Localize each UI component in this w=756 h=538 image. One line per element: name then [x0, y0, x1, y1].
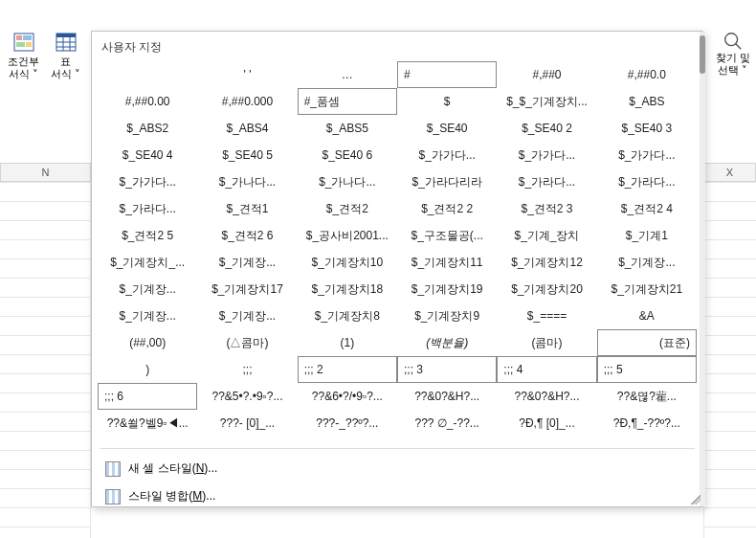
sheet-cells-left[interactable] — [0, 182, 91, 538]
style-cell[interactable]: $_기계장치17 — [197, 276, 297, 303]
style-cell[interactable]: $_==== — [497, 303, 596, 329]
style-cell[interactable]: $_견적2 4 — [597, 195, 697, 222]
style-cell[interactable]: ??&0?&H?... — [397, 383, 497, 410]
style-cell[interactable]: $_ABS — [597, 88, 697, 115]
style-cell[interactable]: ??&0?&H?... — [497, 383, 596, 410]
style-cell[interactable]: (표준) — [597, 329, 697, 356]
style-cell[interactable]: $_기계장치9 — [397, 303, 497, 329]
style-cell[interactable]: $_기계장치20 — [497, 276, 596, 303]
scroll-thumb[interactable] — [700, 35, 705, 74]
style-cell[interactable]: #,##0.0 — [597, 61, 697, 88]
style-cell[interactable]: $_기계장... — [98, 303, 197, 329]
style-cell[interactable]: $_SE40 5 — [197, 142, 297, 168]
style-cell[interactable]: (1) — [298, 329, 397, 356]
style-cell[interactable]: ??&5•?.•9▫?... — [197, 383, 297, 410]
style-cell[interactable]: ' ' — [197, 61, 297, 88]
style-cell[interactable]: $_기계장치18 — [298, 276, 397, 303]
style-cell[interactable]: $_가가다... — [597, 142, 697, 168]
style-cell[interactable]: $_가가다... — [397, 142, 497, 168]
find-label1: 찾기 및 — [716, 52, 750, 64]
style-cell[interactable]: ;;; 3 — [397, 356, 497, 383]
style-cell[interactable]: ) — [98, 356, 197, 383]
style-cell[interactable]: $_기계1 — [597, 222, 697, 249]
style-cell[interactable]: #_품셈 — [298, 88, 397, 115]
style-cell[interactable]: $_SE40 — [397, 115, 497, 142]
style-cell[interactable]: ;;; 6 — [98, 383, 197, 410]
style-cell[interactable]: (콤마) — [497, 329, 596, 356]
resize-grip[interactable] — [691, 495, 700, 504]
style-cell[interactable]: $_기계장... — [98, 276, 197, 303]
style-cell[interactable]: ;;; 4 — [497, 356, 596, 383]
style-cell[interactable]: ;;; — [197, 356, 297, 383]
style-cell[interactable]: $_기계장... — [597, 249, 697, 276]
style-cell[interactable]: $_SE40 6 — [298, 142, 397, 168]
column-header-n[interactable]: N — [0, 163, 91, 182]
style-cell[interactable]: $_기계장치11 — [397, 249, 497, 276]
format-as-table-button[interactable]: 표 서식 ˅ — [47, 29, 84, 82]
style-cell[interactable]: #,##0 — [497, 61, 596, 88]
style-cell[interactable]: $_구조물공(... — [397, 222, 497, 249]
style-cell[interactable]: $_기계장치10 — [298, 249, 397, 276]
style-cell[interactable]: $_가가다... — [497, 142, 596, 168]
style-cell[interactable]: $_가나다... — [298, 168, 397, 195]
style-cell[interactable]: ??&멶?雚... — [597, 383, 697, 410]
style-cell[interactable]: $_SE40 3 — [597, 115, 697, 142]
style-cell[interactable]: $_ABS2 — [98, 115, 197, 142]
style-cell[interactable]: &A — [597, 303, 697, 329]
style-cell[interactable]: $_견적2 3 — [497, 195, 596, 222]
column-header-x[interactable]: X — [703, 163, 756, 182]
conditional-formatting-button[interactable]: 조건부 서식 ˅ — [4, 29, 43, 82]
style-cell[interactable]: $_기계장치21 — [597, 276, 697, 303]
style-cell[interactable]: $_$_기계장치... — [497, 88, 596, 115]
gallery-scrollbar[interactable] — [700, 32, 705, 506]
style-cell[interactable]: $_가라다... — [497, 168, 596, 195]
style-cell[interactable]: $_견적2 — [298, 195, 397, 222]
style-cell[interactable]: $_SE40 4 — [98, 142, 197, 168]
style-cell[interactable]: $_견적2 6 — [197, 222, 297, 249]
style-cell[interactable] — [98, 61, 197, 88]
style-cell[interactable]: ??&쐴?벨9▫◀... — [98, 410, 197, 437]
style-cell[interactable]: $_기계_장치 — [497, 222, 596, 249]
style-cell[interactable]: $_가라다리라 — [397, 168, 497, 195]
style-cell[interactable]: $_가라다... — [98, 195, 197, 222]
style-cell[interactable]: #,##0.00 — [98, 88, 197, 115]
style-cell[interactable]: ??? ∅_-??... — [397, 410, 497, 437]
style-cell[interactable]: $_기계장... — [197, 303, 297, 329]
new-cell-style-menuitem[interactable]: 새 셀 스타일(N)... — [101, 455, 693, 482]
style-cell[interactable]: $_기계장치19 — [397, 276, 497, 303]
svg-rect-6 — [56, 34, 76, 37]
style-cell[interactable]: ;;; 2 — [298, 356, 397, 383]
style-cell[interactable]: ???-_??º?... — [298, 410, 397, 437]
merge-styles-label: 스타일 병합(M)... — [128, 488, 215, 504]
style-cell[interactable]: $_가나다... — [197, 168, 297, 195]
style-cell[interactable]: (백분율) — [397, 329, 497, 356]
style-cell[interactable]: $_견적2 5 — [98, 222, 197, 249]
cell-styles-gallery: 사용자 지정 ' '…##,##0#,##0.0#,##0.00#,##0.00… — [91, 31, 703, 507]
style-cell[interactable]: $_공사비2001... — [298, 222, 397, 249]
style-cell[interactable]: # — [397, 61, 497, 88]
style-cell[interactable]: $_ABS4 — [197, 115, 297, 142]
style-cell[interactable]: (△콤마) — [197, 329, 297, 356]
style-cell[interactable]: $ — [397, 88, 497, 115]
merge-styles-menuitem[interactable]: 스타일 병합(M)... — [101, 482, 693, 510]
style-cell[interactable]: $_기계장... — [197, 249, 297, 276]
style-cell[interactable]: ;;; 5 — [597, 356, 697, 383]
style-cell[interactable]: $_가가다... — [98, 168, 197, 195]
style-cell[interactable]: ?Đ,¶_-??º?... — [597, 410, 697, 437]
style-cell[interactable]: … — [298, 61, 397, 88]
style-cell[interactable]: $_기계장치_... — [98, 249, 197, 276]
find-select-button[interactable]: 찾기 및 선택 ˅ — [716, 31, 750, 77]
style-cell[interactable]: $_SE40 2 — [497, 115, 596, 142]
style-cell[interactable]: $_ABS5 — [298, 115, 397, 142]
style-cell[interactable]: ?Đ,¶ [0]_... — [497, 410, 596, 437]
style-cell[interactable]: $_견적1 — [197, 195, 297, 222]
style-cell[interactable]: (##,00) — [98, 329, 197, 356]
style-cell[interactable]: $_가라다... — [597, 168, 697, 195]
style-cell[interactable]: ??&6•?/•9▫?... — [298, 383, 397, 410]
style-cell[interactable]: $_견적2 2 — [397, 195, 497, 222]
style-cell[interactable]: ???- [0]_... — [197, 410, 297, 437]
style-cell[interactable]: $_기계장치12 — [497, 249, 596, 276]
style-cell[interactable]: #,##0.000 — [197, 88, 297, 115]
sheet-cells-right[interactable] — [703, 182, 756, 538]
style-cell[interactable]: $_기계장치8 — [298, 303, 397, 329]
